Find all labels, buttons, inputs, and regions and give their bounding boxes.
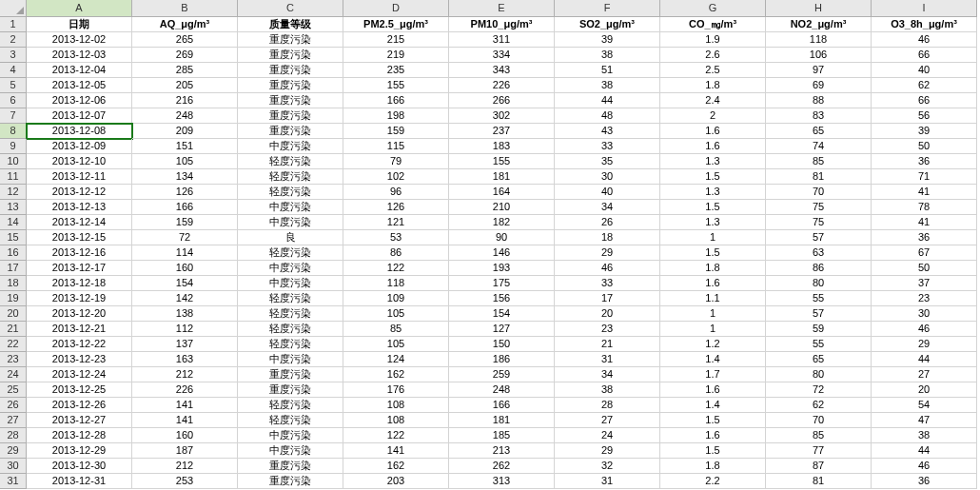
data-cell[interactable]: 166 [132,200,238,215]
data-cell[interactable]: 181 [449,413,555,428]
row-header[interactable]: 4 [0,63,27,78]
data-cell[interactable]: 141 [343,443,449,459]
data-cell[interactable]: 46 [555,261,660,276]
data-cell[interactable]: 90 [449,230,555,245]
data-cell[interactable]: 2013-12-25 [27,382,132,398]
data-cell[interactable]: 轻度污染 [238,398,343,413]
header-cell[interactable]: 日期 [27,17,132,32]
row-header[interactable]: 10 [0,154,27,169]
data-cell[interactable]: 67 [872,245,977,261]
data-cell[interactable]: 44 [872,352,977,367]
data-cell[interactable]: 1.2 [660,337,766,352]
data-cell[interactable]: 137 [132,337,238,352]
data-cell[interactable]: 1.6 [660,276,766,291]
column-header[interactable]: C [238,0,343,17]
data-cell[interactable]: 50 [872,139,977,154]
data-cell[interactable]: 2013-12-04 [27,63,132,78]
data-cell[interactable]: 48 [555,108,660,124]
data-cell[interactable]: 轻度污染 [238,154,343,169]
data-cell[interactable]: 166 [343,93,449,108]
data-cell[interactable]: 重度污染 [238,367,343,382]
data-cell[interactable]: 40 [872,63,977,78]
data-cell[interactable]: 105 [343,337,449,352]
data-cell[interactable]: 209 [132,124,238,139]
data-cell[interactable]: 71 [872,169,977,185]
data-cell[interactable]: 中度污染 [238,139,343,154]
data-cell[interactable]: 259 [449,367,555,382]
header-cell[interactable]: 质量等级 [238,17,343,32]
data-cell[interactable]: 2013-12-10 [27,154,132,169]
row-header[interactable]: 27 [0,413,27,428]
data-cell[interactable]: 轻度污染 [238,169,343,185]
data-cell[interactable]: 中度污染 [238,428,343,443]
data-cell[interactable]: 185 [449,428,555,443]
row-header[interactable]: 29 [0,443,27,459]
row-header[interactable]: 3 [0,48,27,63]
data-cell[interactable]: 1 [660,306,766,322]
data-cell[interactable]: 2013-12-20 [27,306,132,322]
data-cell[interactable]: 248 [132,108,238,124]
column-header[interactable]: F [555,0,660,17]
data-cell[interactable]: 77 [766,443,872,459]
data-cell[interactable]: 210 [449,200,555,215]
data-cell[interactable]: 285 [132,63,238,78]
data-cell[interactable]: 47 [872,413,977,428]
data-cell[interactable]: 262 [449,459,555,474]
data-cell[interactable]: 27 [555,413,660,428]
data-cell[interactable]: 2013-12-18 [27,276,132,291]
data-cell[interactable]: 重度污染 [238,63,343,78]
data-cell[interactable]: 轻度污染 [238,322,343,337]
data-cell[interactable]: 2013-12-16 [27,245,132,261]
data-cell[interactable]: 29 [555,443,660,459]
header-cell[interactable]: CO_㎎/m³ [660,17,766,32]
data-cell[interactable]: 72 [766,382,872,398]
data-cell[interactable]: 311 [449,32,555,48]
data-cell[interactable]: 35 [555,154,660,169]
data-cell[interactable]: 1.4 [660,352,766,367]
data-cell[interactable]: 2013-12-27 [27,413,132,428]
data-cell[interactable]: 159 [343,124,449,139]
data-cell[interactable]: 重度污染 [238,474,343,489]
data-cell[interactable]: 203 [343,474,449,489]
data-cell[interactable]: 2013-12-29 [27,443,132,459]
data-cell[interactable]: 176 [343,382,449,398]
data-cell[interactable]: 30 [555,169,660,185]
data-cell[interactable]: 50 [872,261,977,276]
data-cell[interactable]: 重度污染 [238,459,343,474]
data-cell[interactable]: 248 [449,382,555,398]
data-cell[interactable]: 中度污染 [238,200,343,215]
data-cell[interactable]: 2013-12-14 [27,215,132,230]
data-cell[interactable]: 41 [872,185,977,200]
data-cell[interactable]: 114 [132,245,238,261]
data-cell[interactable]: 141 [132,398,238,413]
data-cell[interactable]: 1.5 [660,443,766,459]
data-cell[interactable]: 105 [343,306,449,322]
data-cell[interactable]: 126 [343,200,449,215]
data-cell[interactable]: 1.5 [660,169,766,185]
data-cell[interactable]: 59 [766,322,872,337]
data-cell[interactable]: 155 [449,154,555,169]
data-cell[interactable]: 44 [555,93,660,108]
data-cell[interactable]: 1.6 [660,139,766,154]
data-cell[interactable]: 重度污染 [238,382,343,398]
row-header[interactable]: 1 [0,17,27,32]
data-cell[interactable]: 2.6 [660,48,766,63]
data-cell[interactable]: 118 [343,276,449,291]
data-cell[interactable]: 181 [449,169,555,185]
data-cell[interactable]: 162 [343,367,449,382]
select-all-corner[interactable] [0,0,27,17]
data-cell[interactable]: 109 [343,291,449,306]
row-header[interactable]: 20 [0,306,27,322]
data-cell[interactable]: 75 [766,215,872,230]
data-cell[interactable]: 重度污染 [238,108,343,124]
data-cell[interactable]: 良 [238,230,343,245]
data-cell[interactable]: 51 [555,63,660,78]
column-header[interactable]: I [872,0,977,17]
data-cell[interactable]: 122 [343,261,449,276]
data-cell[interactable]: 213 [449,443,555,459]
data-cell[interactable]: 1 [660,230,766,245]
data-cell[interactable]: 1.7 [660,367,766,382]
data-cell[interactable]: 1.5 [660,413,766,428]
data-cell[interactable]: 中度污染 [238,215,343,230]
data-cell[interactable]: 63 [766,245,872,261]
